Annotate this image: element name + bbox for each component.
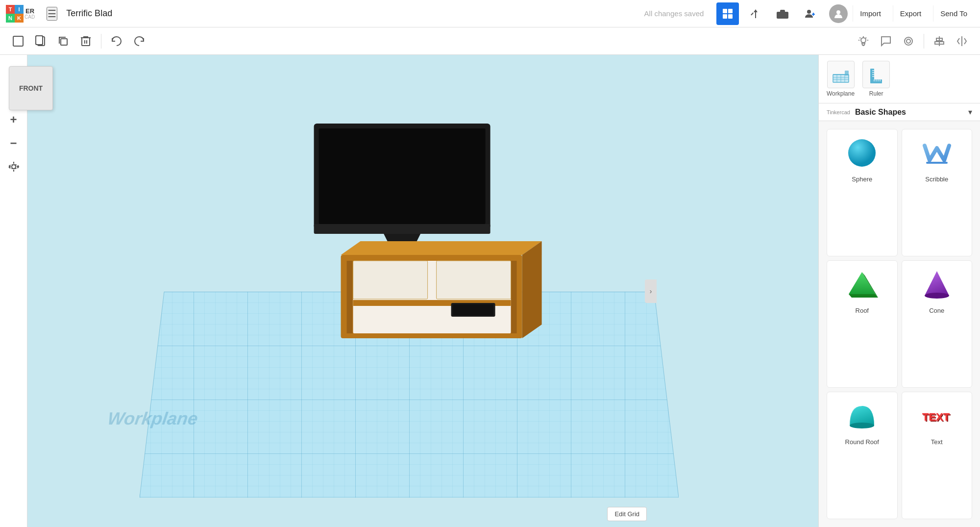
- svg-point-77: [925, 293, 949, 299]
- text-shape-label: Text: [931, 438, 943, 446]
- edit-grid-button[interactable]: Edit Grid: [607, 507, 647, 521]
- mirror-button[interactable]: [952, 31, 972, 51]
- logo-letters: T I N K: [6, 5, 24, 23]
- logo-text-block: ER CAD: [24, 8, 35, 20]
- projects-button[interactable]: [771, 2, 794, 25]
- export-button[interactable]: Export: [893, 5, 928, 22]
- shape-item-sphere[interactable]: Sphere: [827, 129, 898, 256]
- svg-text:TEXT: TEXT: [922, 411, 950, 423]
- add-user-button[interactable]: [799, 2, 821, 25]
- logo-cad: CAD: [24, 14, 35, 20]
- cube-label: FRONT: [19, 84, 43, 92]
- svg-rect-61: [845, 71, 849, 75]
- mirror-icon: [956, 36, 967, 47]
- sphere-label: Sphere: [852, 176, 872, 183]
- svg-marker-74: [849, 294, 878, 298]
- group-icon: [903, 36, 914, 47]
- paste-icon: [35, 35, 47, 48]
- cone-label: Cone: [929, 307, 944, 314]
- scribble-label: Scribble: [925, 176, 948, 183]
- svg-rect-37: [319, 128, 486, 224]
- category-dropdown[interactable]: Tinkercad Basic Shapes ▾: [819, 103, 980, 121]
- orbit-icon: [8, 161, 19, 172]
- tinkercad-label: Tinkercad: [827, 109, 850, 115]
- cube-front-face[interactable]: FRONT: [9, 66, 53, 110]
- svg-rect-1: [728, 9, 733, 13]
- paste-button[interactable]: [30, 31, 51, 51]
- shape-item-cone[interactable]: Cone: [902, 260, 973, 388]
- ruler-tool-label: Ruler: [869, 90, 883, 97]
- duplicate-button[interactable]: [53, 31, 74, 51]
- workplane-tool[interactable]: Workplane: [827, 61, 855, 97]
- tool-view-button[interactable]: [744, 2, 766, 25]
- shape-item-round-roof[interactable]: Round Roof: [827, 392, 898, 519]
- orbit-button[interactable]: [4, 157, 24, 176]
- light-tool-button[interactable]: [853, 31, 874, 51]
- new-shape-button[interactable]: [8, 31, 28, 51]
- svg-rect-47: [453, 304, 493, 315]
- logo-t: T: [6, 5, 15, 14]
- svg-point-8: [836, 10, 840, 14]
- svg-rect-42: [347, 261, 353, 333]
- shape-item-roof[interactable]: Roof: [827, 260, 898, 388]
- sphere-svg: [845, 136, 879, 170]
- undo-button[interactable]: [106, 31, 127, 51]
- import-button[interactable]: Import: [853, 5, 888, 22]
- roof-icon: [842, 265, 882, 304]
- svg-point-24: [905, 37, 912, 45]
- zoom-in-button[interactable]: +: [4, 110, 24, 129]
- svg-rect-43: [511, 261, 517, 333]
- svg-rect-3: [728, 14, 733, 19]
- grid-icon: [722, 8, 734, 20]
- user-avatar[interactable]: [829, 4, 848, 23]
- nav-menu-button[interactable]: ☰: [47, 7, 57, 21]
- undo-icon: [111, 36, 122, 47]
- svg-rect-48: [353, 261, 428, 299]
- collapse-panel-button[interactable]: ›: [645, 279, 657, 303]
- ruler-tool[interactable]: Ruler: [862, 61, 890, 97]
- delete-icon: [80, 35, 91, 47]
- svg-line-23: [866, 37, 867, 38]
- svg-marker-76: [925, 271, 949, 296]
- save-status: All changes saved: [644, 9, 704, 18]
- project-name: Terrific Blad: [66, 8, 112, 19]
- redo-icon: [133, 36, 145, 47]
- send-to-button[interactable]: Send To: [933, 5, 974, 22]
- redo-button[interactable]: [129, 31, 149, 51]
- svg-rect-4: [777, 12, 788, 19]
- round-roof-label: Round Roof: [845, 438, 879, 446]
- shapes-grid: Sphere: [819, 121, 980, 527]
- logo-er: ER: [25, 8, 35, 14]
- shape-item-scribble[interactable]: Scribble: [902, 129, 973, 256]
- logo: T I N K ER CAD: [6, 5, 35, 23]
- category-value: Basic Shapes: [855, 108, 968, 117]
- left-tools: + −: [0, 55, 27, 527]
- shape-item-text[interactable]: TEXT TEXT TEXT Text: [902, 392, 973, 519]
- view-cube[interactable]: FRONT: [9, 66, 53, 110]
- briefcase-icon: [776, 8, 789, 20]
- text-svg: TEXT TEXT TEXT: [920, 399, 954, 433]
- group-tool-button[interactable]: [898, 31, 919, 51]
- add-user-icon: [804, 8, 816, 20]
- avatar-icon: [833, 8, 844, 19]
- ruler-svg: [866, 65, 886, 84]
- canvas-area[interactable]: Workplane: [0, 55, 818, 527]
- align-button[interactable]: [929, 31, 950, 51]
- main-area: FRONT Workplane: [0, 55, 980, 527]
- comment-icon: [881, 36, 891, 47]
- delete-button[interactable]: [75, 31, 96, 51]
- toolbar-sep-2: [924, 34, 924, 49]
- comment-tool-button[interactable]: [876, 31, 896, 51]
- text-shape-icon: TEXT TEXT TEXT: [917, 396, 956, 435]
- light-icon: [858, 36, 869, 47]
- svg-point-52: [12, 165, 16, 169]
- zoom-out-button[interactable]: −: [4, 133, 24, 153]
- hammer-icon: [749, 8, 761, 20]
- svg-marker-40: [341, 241, 542, 255]
- logo-k: K: [15, 14, 24, 23]
- grid-view-button[interactable]: [716, 2, 739, 25]
- toolbar: [0, 27, 980, 55]
- scribble-svg: [920, 136, 954, 170]
- svg-point-5: [807, 10, 811, 14]
- cone-svg: [920, 267, 954, 301]
